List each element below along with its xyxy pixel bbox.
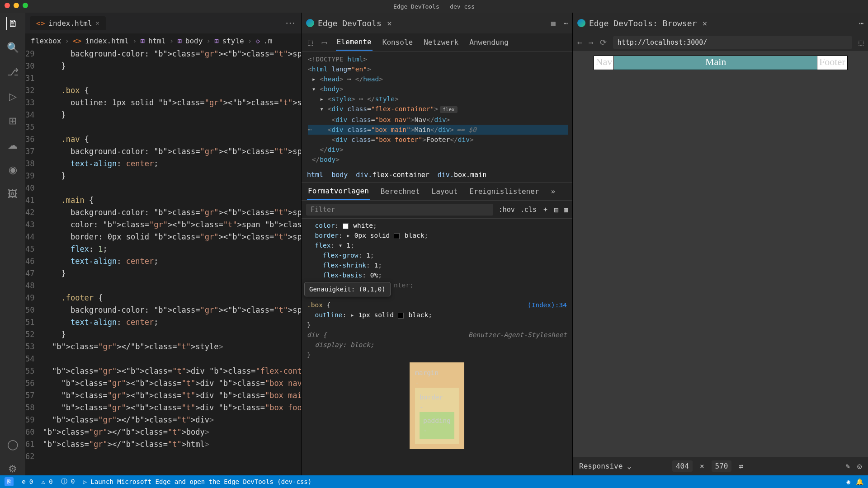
images-icon[interactable]: 🖼 xyxy=(6,188,19,201)
crumb-box-main[interactable]: div.box.main xyxy=(438,171,486,179)
crumb-style[interactable]: style xyxy=(222,37,244,45)
source-control-icon[interactable]: ⎇ xyxy=(6,66,19,79)
computed-icon[interactable]: ▦ xyxy=(564,206,568,214)
inspect-icon[interactable]: ⬚ xyxy=(859,38,863,47)
rotate-icon[interactable]: ⇄ xyxy=(739,462,743,470)
device-toggle-icon[interactable]: ▭ xyxy=(322,38,327,47)
viewport-width-input[interactable]: 404 xyxy=(672,460,693,472)
devtools-toolbar: ⬚ ▭ Elemente Konsole Netzwerk Anwendung xyxy=(302,33,572,52)
styles-filter-input[interactable]: Filter xyxy=(306,204,493,216)
remote-indicator-icon[interactable]: ⎘ xyxy=(5,477,14,486)
crumb-folder[interactable]: flexbox xyxy=(31,37,61,45)
split-editor-icon[interactable]: ▥ xyxy=(551,19,556,28)
status-notifications-icon[interactable]: 🔔 xyxy=(856,478,863,485)
bm-border-label: border xyxy=(420,392,454,402)
rule-selector-box[interactable]: .box xyxy=(307,301,323,309)
close-tab-icon[interactable]: × xyxy=(702,19,707,28)
preview-tab[interactable]: Edge DevTools: Browser × xyxy=(577,19,707,28)
selected-dom-node[interactable]: ⋯ <div class="box main">Main</div>== $0 xyxy=(308,125,568,135)
subtab-berechnet[interactable]: Berechnet xyxy=(380,183,421,199)
devtools-tab-title: Edge DevTools xyxy=(318,19,382,28)
launch-edge-button[interactable]: ▷ Launch Microsoft Edge and open the Edg… xyxy=(83,478,311,485)
close-tab-icon[interactable]: × xyxy=(387,19,392,28)
back-icon[interactable]: ← xyxy=(577,38,582,47)
window-titlebar: Edge DevTools — dev-css xyxy=(0,0,868,13)
reload-icon[interactable]: ⟳ xyxy=(600,38,607,47)
source-link[interactable]: (Index):34 xyxy=(528,300,567,310)
errors-count[interactable]: ⊘ 0 xyxy=(22,478,33,485)
traffic-lights xyxy=(5,3,28,8)
breadcrumbs[interactable]: flexbox› <> index.html› ⊞html› ⊞body› ⊞s… xyxy=(25,33,301,48)
maximize-window-icon[interactable] xyxy=(23,3,28,8)
tab-konsole[interactable]: Konsole xyxy=(382,34,414,50)
tab-elemente[interactable]: Elemente xyxy=(336,34,373,51)
browser-preview-panel: Edge DevTools: Browser × ⋯ ← → ⟳ http://… xyxy=(572,13,868,475)
times-label: × xyxy=(700,462,704,470)
hov-toggle[interactable]: :hov xyxy=(499,206,515,214)
bm-margin-label: margin xyxy=(415,368,459,378)
flex-editor-icon[interactable]: ▤ xyxy=(554,206,558,214)
devtools-tab-row: Edge DevTools × ▥ ⋯ xyxy=(302,13,572,33)
code-editor[interactable]: 2930313233343536373839404142434445464748… xyxy=(25,48,301,475)
crumb-body[interactable]: body xyxy=(331,171,348,179)
edge-icon xyxy=(577,19,585,27)
hints-count[interactable]: ⓘ 0 xyxy=(61,478,75,486)
address-bar[interactable]: http://localhost:3000/ xyxy=(613,36,852,49)
window-title: Edge DevTools — dev-css xyxy=(393,3,475,10)
forward-icon[interactable]: → xyxy=(589,38,594,47)
preview-tab-row: Edge DevTools: Browser × ⋯ xyxy=(573,13,868,33)
styles-body[interactable]: color: white; border: ▸ 0px solid black;… xyxy=(302,219,572,475)
demo-footer: Footer xyxy=(817,56,847,70)
box-model-diagram[interactable]: margin- border- padding- xyxy=(307,360,567,449)
rendered-page: Nav Main Footer xyxy=(594,56,847,70)
subtab-layout[interactable]: Layout xyxy=(431,183,459,199)
editor-tab-row: <> index.html × ⋯ xyxy=(25,13,301,33)
crumb-selector[interactable]: .m xyxy=(264,37,272,45)
extensions-icon[interactable]: ⊞ xyxy=(6,115,19,127)
dom-tree[interactable]: <!DOCTYPE html> <html lang="en"> ▸ <head… xyxy=(302,52,572,167)
dom-breadcrumbs[interactable]: html body div.flex-container div.box.mai… xyxy=(302,167,572,183)
accounts-icon[interactable]: ◯ xyxy=(6,438,19,451)
devtools-panel: Edge DevTools × ▥ ⋯ ⬚ ▭ Elemente Konsole… xyxy=(301,13,572,475)
tab-netzwerk[interactable]: Netzwerk xyxy=(423,34,459,50)
warnings-count[interactable]: ⚠ 0 xyxy=(41,478,52,485)
preview-tab-title: Edge DevTools: Browser xyxy=(589,19,697,28)
crumb-body[interactable]: body xyxy=(185,37,203,45)
devtools-tab[interactable]: Edge DevTools × xyxy=(306,19,392,28)
new-style-rule-icon[interactable]: ＋ xyxy=(542,205,549,214)
cls-toggle[interactable]: .cls xyxy=(520,206,537,214)
subtab-ereignislistener[interactable]: Ereignislistener xyxy=(468,183,540,199)
inspect-element-icon[interactable]: ⬚ xyxy=(308,38,313,47)
code-area[interactable]: background-color: "b">class="gr"><"b">cl… xyxy=(42,48,301,475)
crumb-html[interactable]: html xyxy=(148,37,166,45)
status-edge-icon[interactable]: ◉ xyxy=(847,478,850,485)
preview-viewport[interactable]: Nav Main Footer xyxy=(573,52,868,456)
subtab-more-icon[interactable]: » xyxy=(550,183,556,199)
close-tab-icon[interactable]: × xyxy=(96,19,99,27)
minimize-window-icon[interactable] xyxy=(14,3,19,8)
subtab-formatvorlagen[interactable]: Formatvorlagen xyxy=(307,183,370,200)
more-actions-icon[interactable]: ⋯ xyxy=(563,19,568,28)
run-debug-icon[interactable]: ▷ xyxy=(6,90,19,103)
more-emulation-icon[interactable]: ◎ xyxy=(857,462,862,470)
search-icon[interactable]: 🔍 xyxy=(6,42,19,54)
tab-filename: index.html xyxy=(48,19,92,28)
viewport-height-input[interactable]: 570 xyxy=(712,460,732,472)
editor-column: <> index.html × ⋯ flexbox› <> index.html… xyxy=(25,13,301,475)
settings-gear-icon[interactable]: ⚙ xyxy=(6,463,19,475)
editor-tab-index-html[interactable]: <> index.html × xyxy=(30,16,106,30)
crumb-file[interactable]: index.html xyxy=(85,37,128,45)
editor-more-icon[interactable]: ⋯ xyxy=(284,17,297,29)
explorer-icon[interactable]: 🗎 xyxy=(6,17,19,30)
responsive-dropdown[interactable]: Responsive ⌄ xyxy=(579,462,632,470)
more-actions-icon[interactable]: ⋯ xyxy=(859,19,863,28)
edge-devtools-icon[interactable]: ◉ xyxy=(6,164,19,176)
styles-subtabs: Formatvorlagen Berechnet Layout Ereignis… xyxy=(302,183,572,201)
tab-anwendung[interactable]: Anwendung xyxy=(468,34,509,50)
screenshot-icon[interactable]: ✎ xyxy=(846,462,850,470)
rule-selector-div: div xyxy=(307,331,319,338)
close-window-icon[interactable] xyxy=(5,3,10,8)
crumb-flex-container[interactable]: div.flex-container xyxy=(356,171,429,179)
remote-explorer-icon[interactable]: ☁ xyxy=(6,139,19,152)
crumb-html[interactable]: html xyxy=(307,171,323,179)
